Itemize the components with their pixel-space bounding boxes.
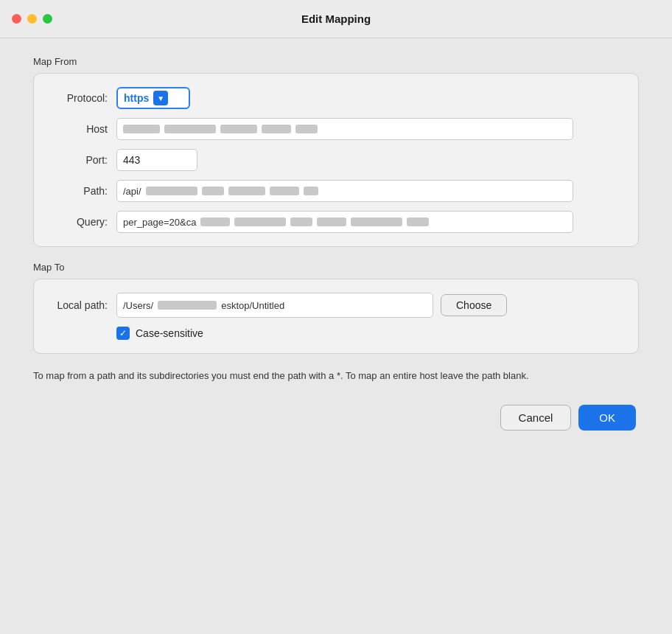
map-from-section: Map From Protocol: https ▼ Host [33,56,639,247]
port-label: Port: [49,154,108,166]
port-input[interactable] [116,149,197,171]
minimize-button[interactable] [27,14,37,24]
map-from-panel: Protocol: https ▼ Host [33,73,639,247]
path-label: Path: [49,185,108,197]
maximize-button[interactable] [43,14,52,24]
host-input[interactable] [116,118,573,140]
protocol-dropdown[interactable]: https ▼ [116,87,190,109]
local-path-input[interactable]: /Users/ esktop/Untitled [116,293,433,318]
protocol-value: https [124,92,149,104]
host-label: Host [49,123,108,135]
choose-button[interactable]: Choose [441,294,507,316]
map-from-label: Map From [33,56,639,67]
path-row: Path: /api/ [49,180,623,202]
path-visible-text: /api/ [123,186,141,197]
dialog-content: Map From Protocol: https ▼ Host [15,38,657,445]
port-row: Port: [49,149,623,171]
cancel-button[interactable]: Cancel [500,405,572,431]
checkmark-icon: ✓ [119,329,127,338]
bottom-actions: Cancel OK [33,405,639,431]
info-text: To map from a path and its subdirectorie… [33,369,639,384]
path-input[interactable]: /api/ [116,180,573,202]
dialog-title: Edit Mapping [301,13,371,25]
case-sensitive-checkbox[interactable]: ✓ [116,327,130,340]
ok-button[interactable]: OK [578,405,636,431]
query-label: Query: [49,216,108,228]
map-to-section: Map To Local path: /Users/ esktop/Untitl… [33,262,639,354]
query-visible-text: per_page=20&ca [123,217,196,228]
query-row: Query: per_page=20&ca [49,211,623,233]
map-to-label: Map To [33,262,639,273]
map-to-panel: Local path: /Users/ esktop/Untitled Choo… [33,279,639,354]
window-controls [12,14,52,24]
local-path-label: Local path: [49,299,108,311]
close-button[interactable] [12,14,21,24]
protocol-label: Protocol: [49,92,108,104]
local-path-row: Local path: /Users/ esktop/Untitled Choo… [49,293,623,318]
host-row: Host [49,118,623,140]
protocol-row: Protocol: https ▼ [49,87,623,109]
title-bar: Edit Mapping [0,0,672,38]
query-input[interactable]: per_page=20&ca [116,211,573,233]
case-sensitive-row: ✓ Case-sensitive [116,327,623,340]
case-sensitive-label: Case-sensitive [136,327,203,339]
dropdown-arrow-icon: ▼ [153,91,168,105]
